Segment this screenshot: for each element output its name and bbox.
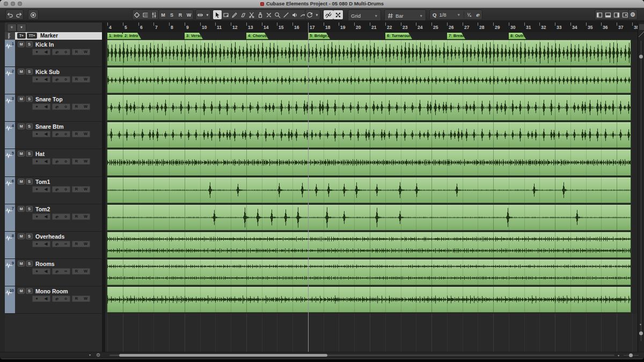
track-color-strip[interactable]: 1 [5,40,15,67]
vertical-zoom-slider-thumb[interactable] [639,331,643,335]
monitor-icon[interactable]: ◀ [41,241,50,247]
vertical-zoom-menu-icon[interactable]: ▾ [640,322,641,327]
mixer-icon[interactable] [150,10,158,19]
track-mute-button[interactable]: M [18,123,25,129]
vertical-zoom-wedge-icon[interactable] [638,31,644,38]
monitor-icon[interactable]: ◀ [41,49,50,55]
read-automation-icon[interactable]: R [72,76,81,83]
audio-event-rooms[interactable] [107,259,631,285]
read-automation-icon[interactable]: R [72,241,81,247]
triplet-quantize-button[interactable]: ¼ [465,10,473,19]
edit-channel-icon[interactable]: e [52,131,61,137]
marker-flag[interactable]: 3: Verse [185,33,203,39]
track-name[interactable]: Kick In [35,41,54,48]
read-automation-icon[interactable]: R [72,49,81,55]
record-enable-icon[interactable]: ● [32,241,41,247]
track-name[interactable]: Rooms [35,261,55,267]
write-all-button[interactable]: W [185,10,193,19]
play-tool-icon[interactable] [290,10,299,19]
write-automation-icon[interactable]: W [81,295,90,302]
mute-all-button[interactable]: M [159,10,167,19]
record-enable-icon[interactable]: ● [32,104,41,110]
undo-icon[interactable] [6,10,14,19]
edit-channel-icon[interactable]: e [52,104,61,110]
show-left-zone-icon[interactable] [595,10,604,19]
record-enable-icon[interactable]: ● [32,268,41,275]
track-name[interactable]: Mono Room [35,288,68,294]
track-row-mono-room[interactable]: 10MSMono Room●◀eoRW [5,286,102,314]
record-enable-icon[interactable]: ● [32,295,41,302]
auto-scroll-dropdown-icon[interactable]: ▾ [204,10,210,19]
track-name[interactable]: Overheads [35,233,64,240]
track-solo-button[interactable]: S [26,179,33,184]
snap-on-off-icon[interactable] [333,10,343,19]
edit-channel-icon[interactable]: e [52,295,61,302]
constrain-delay-compensation-icon[interactable] [28,10,38,19]
edit-channel-icon[interactable]: e [52,158,61,165]
show-lower-zone-icon[interactable] [604,10,612,19]
track-solo-button[interactable]: S [26,233,33,239]
record-enable-icon[interactable]: ● [32,213,41,220]
zoom-preset-button[interactable] [639,24,644,31]
write-automation-icon[interactable]: W [81,104,90,110]
marker-flag[interactable]: 7: Break [447,33,465,39]
track-color-strip[interactable]: 9 [5,259,15,286]
project-cursor[interactable] [308,23,309,352]
horizontal-zoom-thumb[interactable] [629,353,633,357]
track-name[interactable]: Snare Btm [35,123,64,130]
track-color-strip[interactable]: 3 [5,94,15,121]
write-automation-icon[interactable]: W [81,158,90,165]
track-solo-button[interactable]: S [26,123,33,129]
write-automation-icon[interactable]: W [81,213,90,220]
track-row-overheads[interactable]: 8MSOverheads●◀e∞RW [5,232,102,259]
read-automation-icon[interactable]: R [72,131,81,137]
draw-tool-icon[interactable] [230,10,239,19]
activate-project-icon[interactable] [133,10,141,19]
record-enable-icon[interactable]: ● [32,76,41,83]
write-automation-icon[interactable]: W [81,241,90,247]
edit-channel-icon[interactable]: e [52,76,61,83]
marker-flag[interactable]: 6: Turnaround [385,33,412,39]
show-right-zone-icon[interactable] [612,10,621,19]
read-automation-icon[interactable]: R [72,186,81,193]
redo-icon[interactable] [14,10,23,19]
track-color-strip[interactable]: 10 [5,286,15,313]
track-color-strip[interactable]: 6 [5,177,15,204]
track-solo-button[interactable]: S [26,261,33,267]
read-automation-icon[interactable]: R [72,213,81,220]
record-enable-icon[interactable]: ● [32,131,41,137]
cycle-marker-dropdown-icon[interactable]: ▾ [314,10,320,19]
track-row-kick-in[interactable]: 1MSKick In●◀eoRW [5,40,102,67]
zoom-tool-icon[interactable] [273,10,282,19]
track-color-strip[interactable]: 7 [5,204,15,231]
edit-channel-icon[interactable]: e [52,213,61,220]
mute-tool-icon[interactable] [265,10,273,19]
track-name[interactable]: Hat [35,151,45,157]
track-color-strip[interactable]: 8 [5,232,15,258]
audio-event-kick-in[interactable] [107,40,631,66]
write-automation-icon[interactable]: W [81,76,90,83]
audio-event-hat[interactable] [107,149,631,176]
erase-tool-icon[interactable] [239,10,247,19]
track-solo-button[interactable]: S [26,206,33,212]
monitor-icon[interactable]: ◀ [41,268,50,275]
timeline-ruler[interactable]: 4567891011121314151617181920212223242526… [105,23,638,33]
audio-event-tom2[interactable] [107,204,631,231]
line-tool-icon[interactable] [282,10,290,19]
track-mute-button[interactable]: M [18,96,25,102]
write-automation-icon[interactable]: W [81,131,90,137]
open-quantize-panel-button[interactable]: e [473,10,482,19]
track-mute-button[interactable]: M [18,69,25,75]
toolbar-setup-gear-icon[interactable]: ⚙ [628,10,637,19]
marker-flag[interactable]: 8: Outro [509,33,526,39]
track-mute-button[interactable]: M [18,41,25,47]
track-row-tom1[interactable]: 6MSTom1●◀eoRW [5,177,102,204]
track-row-hat[interactable]: 5MSHat●◀eoRW [5,149,102,177]
track-solo-button[interactable]: S [26,151,33,157]
track-color-strip[interactable]: 5 [5,149,15,176]
record-enable-icon[interactable]: ● [32,158,41,165]
monitor-icon[interactable]: ◀ [41,186,50,193]
audio-event-kick-sub[interactable] [107,67,631,93]
marker-flag[interactable]: 5: Bridge1 [308,33,330,39]
track-name[interactable]: Kick Sub [35,69,60,75]
